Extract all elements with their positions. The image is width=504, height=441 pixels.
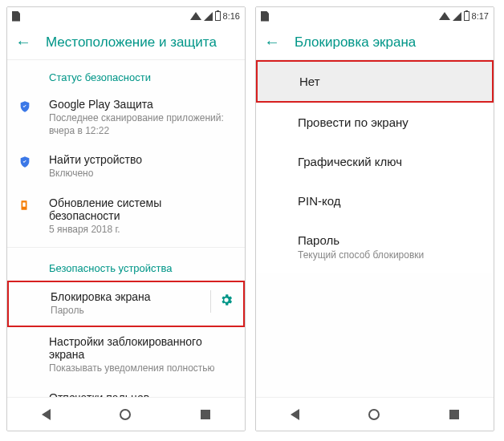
- row-title: Найти устройство: [49, 153, 235, 166]
- section-security-status: Статус безопасности: [7, 60, 245, 90]
- row-subtitle: Показывать уведомления полностью: [49, 362, 235, 375]
- nav-recent-icon[interactable]: [449, 410, 459, 419]
- sim-icon: [261, 11, 269, 22]
- signal-icon: [453, 12, 461, 21]
- status-bar: 8:16: [7, 7, 245, 25]
- option-pin[interactable]: PIN-код: [256, 181, 494, 220]
- section-device-security: Безопасность устройства: [7, 251, 245, 281]
- option-label: Провести по экрану: [298, 115, 408, 129]
- row-subtitle: Последнее сканирование приложений: вчера…: [49, 112, 235, 137]
- option-subtitle: Текущий способ блокировки: [298, 249, 481, 261]
- back-arrow-icon[interactable]: ←: [15, 33, 31, 51]
- row-title: Google Play Защита: [49, 98, 235, 111]
- nav-recent-icon[interactable]: [201, 410, 210, 419]
- shield-check-icon: [18, 155, 31, 169]
- row-subtitle: Включено: [49, 168, 235, 180]
- phone-right: 8:17 ← Блокировка экрана Нет Провести по…: [255, 6, 494, 431]
- back-arrow-icon[interactable]: ←: [264, 33, 280, 51]
- content: Нет Провести по экрану Графический ключ …: [256, 60, 494, 397]
- battery-icon: [215, 11, 221, 21]
- row-subtitle: Пароль: [51, 305, 205, 318]
- nav-back-icon[interactable]: [291, 409, 299, 420]
- row-title: Блокировка экрана: [51, 290, 205, 303]
- row-subtitle: 5 января 2018 г.: [49, 224, 235, 237]
- option-pattern[interactable]: Графический ключ: [256, 142, 494, 181]
- sim-icon: [12, 11, 20, 22]
- row-screen-lock[interactable]: Блокировка экрана Пароль: [7, 281, 245, 327]
- titlebar: ← Местоположение и защита: [7, 25, 245, 60]
- row-title: Настройки заблокированного экрана: [49, 335, 235, 361]
- row-security-update[interactable]: Обновление системы безопасности 5 января…: [7, 188, 245, 245]
- phone-left: 8:16 ← Местоположение и защита Статус бе…: [6, 6, 246, 431]
- wifi-icon: [190, 12, 201, 20]
- status-bar: 8:17: [256, 7, 494, 25]
- nav-bar: [256, 397, 494, 431]
- option-label: Нет: [299, 75, 320, 88]
- option-label: Пароль: [298, 233, 339, 247]
- clock: 8:16: [223, 11, 240, 21]
- row-title: Обновление системы безопасности: [49, 196, 235, 222]
- option-none[interactable]: Нет: [256, 60, 494, 103]
- row-fingerprint[interactable]: Отпечатки пальцев: [7, 383, 245, 397]
- option-label: Графический ключ: [298, 155, 402, 168]
- row-google-play-protect[interactable]: Google Play Защита Последнее сканировани…: [7, 90, 245, 145]
- option-password[interactable]: Пароль Текущий способ блокировки: [256, 220, 494, 273]
- gear-icon[interactable]: [219, 293, 234, 311]
- divider: [7, 247, 245, 248]
- nav-back-icon[interactable]: [42, 409, 51, 420]
- titlebar: ← Блокировка экрана: [256, 25, 494, 60]
- page-title: Блокировка экрана: [295, 34, 416, 51]
- page-title: Местоположение и защита: [46, 34, 217, 51]
- option-swipe[interactable]: Провести по экрану: [256, 103, 494, 142]
- divider: [210, 290, 211, 313]
- nav-home-icon[interactable]: [368, 409, 380, 420]
- update-warning-icon: [18, 198, 30, 212]
- battery-icon: [464, 11, 469, 21]
- shield-check-icon: [18, 99, 31, 114]
- row-title: Отпечатки пальцев: [49, 391, 235, 397]
- clock: 8:17: [472, 11, 489, 21]
- signal-icon: [204, 12, 213, 21]
- svg-rect-1: [22, 202, 26, 206]
- option-label: PIN-код: [298, 194, 341, 208]
- row-lockscreen-settings[interactable]: Настройки заблокированного экрана Показы…: [7, 327, 245, 383]
- row-find-device[interactable]: Найти устройство Включено: [7, 145, 245, 188]
- nav-bar: [7, 397, 245, 431]
- wifi-icon: [439, 12, 450, 20]
- content: Статус безопасности Google Play Защита П…: [7, 60, 245, 397]
- nav-home-icon[interactable]: [120, 409, 131, 420]
